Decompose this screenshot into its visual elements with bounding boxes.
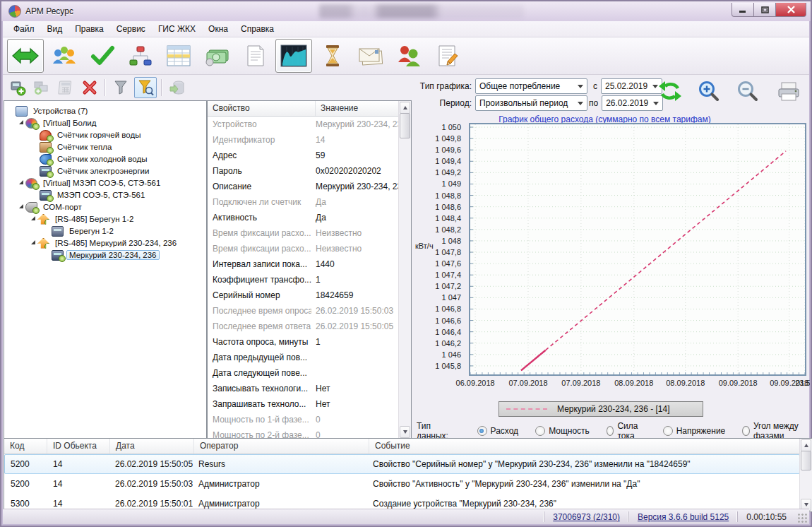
property-row[interactable]: Идентификатор14: [208, 132, 399, 148]
data-type-radio[interactable]: Напряжение: [663, 421, 726, 438]
property-row[interactable]: ОписаниеМеркурий 230-234, 236: [208, 179, 399, 194]
property-row[interactable]: УстройствоМеркурий 230-234, 236: [208, 117, 399, 132]
property-row[interactable]: Дата предыдущей пов...: [208, 350, 399, 365]
scheme-button[interactable]: [123, 40, 158, 72]
minimize-button[interactable]: [732, 3, 754, 17]
data-type-radio[interactable]: Сила тока: [607, 421, 646, 438]
date-from-field[interactable]: 25.02.2019: [601, 78, 662, 94]
add-group-button[interactable]: [31, 78, 52, 97]
zoom-in-button[interactable]: [695, 78, 722, 105]
property-row[interactable]: АктивностьДа: [208, 210, 399, 225]
menu-item[interactable]: Окна: [202, 23, 234, 35]
date-to-field[interactable]: 26.02.2019: [602, 95, 663, 111]
data-type-radio[interactable]: Расход: [477, 421, 519, 438]
log-col-object-id[interactable]: ID Обьекта: [47, 439, 110, 454]
expand-icon[interactable]: [19, 204, 23, 208]
chart-button[interactable]: [275, 39, 312, 73]
filter-search-button[interactable]: [134, 77, 157, 98]
status-version-link[interactable]: Версия 3.6.6 build 5125: [638, 512, 729, 522]
operators-button[interactable]: [391, 40, 426, 72]
data-type-radio[interactable]: Мощность: [535, 421, 590, 438]
close-button[interactable]: [775, 3, 806, 17]
export-db-button[interactable]: [167, 78, 188, 97]
log-col-operator[interactable]: Оператор: [194, 439, 369, 454]
log-row[interactable]: 52001426.02.2019 15:50:05ResursСвойство …: [4, 454, 800, 474]
value-column-header[interactable]: Значение: [316, 101, 358, 116]
expand-icon[interactable]: [31, 240, 35, 244]
data-type-radio[interactable]: Угол между фазами: [742, 421, 810, 438]
tree-item[interactable]: [Virtual] МЗЭП СОЭ-5, СТЭ-561: [4, 177, 206, 189]
tree-item[interactable]: [RS-485] Меркурий 230-234, 236: [4, 237, 206, 249]
property-column-header[interactable]: Свойство: [208, 101, 316, 116]
expand-icon[interactable]: [31, 216, 35, 220]
menu-item[interactable]: Вид: [41, 23, 69, 35]
scroll-up-arrow[interactable]: [801, 439, 811, 451]
report-button[interactable]: [237, 40, 273, 72]
property-row[interactable]: Запрашивать техноло...Нет: [208, 396, 399, 412]
property-row[interactable]: Время фиксации расхо...Неизвестно: [208, 225, 399, 241]
delete-button[interactable]: [79, 78, 100, 97]
scrollbar-thumb[interactable]: [801, 451, 811, 470]
menu-item[interactable]: Сервис: [110, 23, 152, 35]
hourglass-button[interactable]: [315, 40, 350, 72]
log-col-date[interactable]: Дата: [110, 439, 194, 454]
period-select[interactable]: Произвольный период: [475, 95, 587, 111]
property-row[interactable]: Подключен ли счетчикДа: [208, 194, 399, 210]
status-counter-link[interactable]: 37006973 (2/310): [553, 512, 620, 522]
sync-arrows-button[interactable]: [7, 39, 44, 73]
zoom-out-button[interactable]: [734, 78, 761, 105]
mail-button[interactable]: [353, 40, 388, 72]
property-row[interactable]: Мощность по 2-й фазе...0: [208, 427, 399, 439]
property-row[interactable]: Пароль0x020202020202: [208, 163, 399, 179]
journal-button[interactable]: [429, 40, 465, 72]
menu-item[interactable]: Справка: [234, 23, 280, 35]
checkmark-button[interactable]: [85, 40, 120, 72]
log-col-event[interactable]: Событие: [369, 439, 812, 454]
scroll-down-arrow[interactable]: [400, 426, 410, 438]
tree-item[interactable]: Меркурий 230-234, 236: [4, 249, 206, 261]
tree-item[interactable]: Берегун 1-2: [4, 225, 206, 237]
log-row[interactable]: 52001426.02.2019 15:50:03АдминистраторСв…: [4, 474, 800, 494]
property-row[interactable]: Адрес59: [208, 148, 399, 163]
money-button[interactable]: [199, 40, 234, 72]
log-scrollbar[interactable]: [799, 439, 812, 511]
chart-type-select[interactable]: Общее потребление: [475, 78, 587, 94]
property-row[interactable]: Записывать технологи...Нет: [208, 381, 399, 396]
scrollbar-thumb[interactable]: [400, 113, 410, 138]
tree-item[interactable]: [RS-485] Берегун 1-2: [4, 213, 206, 225]
print-button[interactable]: [773, 78, 808, 105]
property-row[interactable]: Дата следующей пове...: [208, 365, 399, 381]
property-row[interactable]: Интервал записи пока...1440: [208, 256, 399, 272]
property-row[interactable]: Коэффициент трансфо...1: [208, 272, 399, 288]
menu-item[interactable]: Файл: [7, 23, 41, 35]
property-row[interactable]: Последнее время опроса26.02.2019 15:50:0…: [208, 303, 399, 319]
filter-button[interactable]: [110, 78, 131, 97]
tree-item[interactable]: [Virtual] Болид: [4, 117, 206, 129]
table-button[interactable]: [161, 40, 196, 72]
tree-item[interactable]: Счётчик электроэнергии: [4, 165, 206, 177]
property-row[interactable]: Частота опроса, минуты1: [208, 334, 399, 350]
maximize-button[interactable]: [753, 3, 776, 17]
menu-item[interactable]: ГИС ЖКХ: [152, 23, 202, 35]
tree-item[interactable]: Счётчик горячей воды: [4, 129, 206, 141]
property-row[interactable]: Мощность по 1-й фазе...0: [208, 412, 399, 427]
tree-item[interactable]: Устройства (7): [4, 105, 206, 117]
expand-icon[interactable]: [19, 120, 23, 124]
expand-icon[interactable]: [19, 180, 23, 184]
tree-item[interactable]: Счётчик холодной воды: [4, 153, 206, 165]
refresh-button[interactable]: [657, 78, 683, 105]
add-device-button[interactable]: [7, 78, 28, 97]
menu-item[interactable]: Правка: [68, 23, 110, 35]
property-row[interactable]: Время фиксации расхо...Неизвестно: [208, 241, 399, 256]
property-row[interactable]: Серийный номер18424659: [208, 288, 399, 303]
tree-item[interactable]: Счётчик тепла: [4, 141, 206, 153]
users-button[interactable]: [47, 40, 82, 72]
property-row[interactable]: Последнее время ответа26.02.2019 15:50:0…: [208, 319, 399, 334]
properties-scrollbar[interactable]: [398, 101, 411, 439]
resize-grip[interactable]: [798, 514, 808, 523]
scroll-up-arrow[interactable]: [400, 102, 410, 114]
tree-item[interactable]: МЗЭП СОЭ-5, СТЭ-561: [4, 189, 206, 201]
tree-item[interactable]: COM-порт: [4, 201, 206, 213]
log-col-code[interactable]: Код: [4, 439, 47, 454]
calculator-button[interactable]: [55, 78, 76, 97]
